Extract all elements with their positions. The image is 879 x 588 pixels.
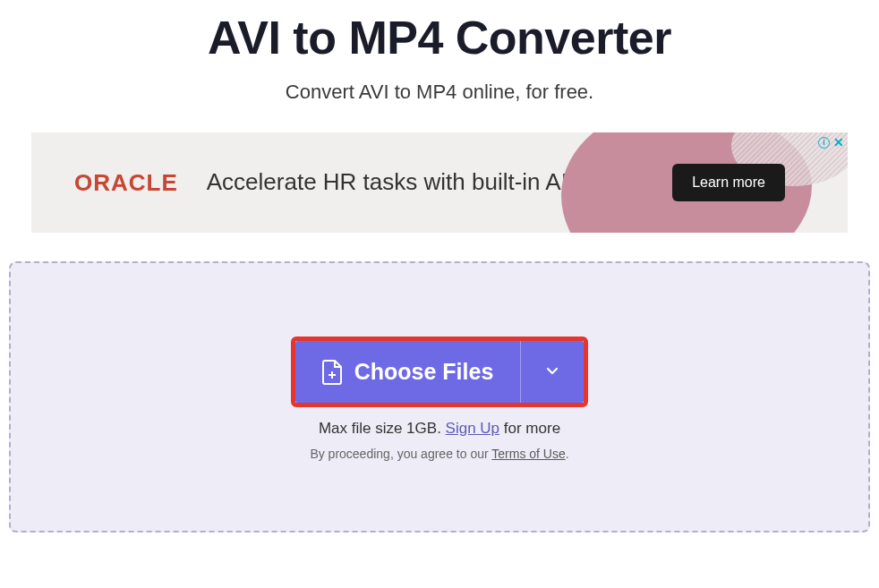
terms-suffix: . [566, 447, 569, 461]
sign-up-link[interactable]: Sign Up [446, 420, 499, 437]
page-title: AVI to MP4 Converter [9, 11, 870, 64]
file-add-icon [322, 360, 342, 385]
page-subtitle: Convert AVI to MP4 online, for free. [9, 81, 870, 104]
ad-brand-logo: ORACLE [74, 169, 178, 197]
notice-prefix: Max file size 1GB. [319, 420, 446, 437]
choose-files-button[interactable]: Choose Files [295, 341, 521, 403]
terms-of-use-link[interactable]: Terms of Use [491, 447, 565, 461]
chevron-down-icon [544, 362, 560, 381]
choose-files-label: Choose Files [354, 359, 494, 385]
terms-prefix: By proceeding, you agree to our [310, 447, 491, 461]
file-dropzone[interactable]: Choose Files Max file size 1GB. Sign Up … [9, 261, 870, 533]
choose-files-dropdown[interactable] [520, 341, 584, 403]
notice-suffix: for more [499, 420, 560, 437]
max-size-notice: Max file size 1GB. Sign Up for more [29, 420, 850, 438]
ad-banner[interactable]: ORACLE Accelerate HR tasks with built-in… [31, 132, 848, 233]
adchoices-icon[interactable]: i [818, 137, 830, 149]
choose-files-highlight: Choose Files [291, 337, 589, 407]
terms-notice: By proceeding, you agree to our Terms of… [29, 447, 850, 461]
close-ad-icon[interactable]: ✕ [833, 136, 844, 149]
ad-cta-button[interactable]: Learn more [672, 164, 785, 201]
